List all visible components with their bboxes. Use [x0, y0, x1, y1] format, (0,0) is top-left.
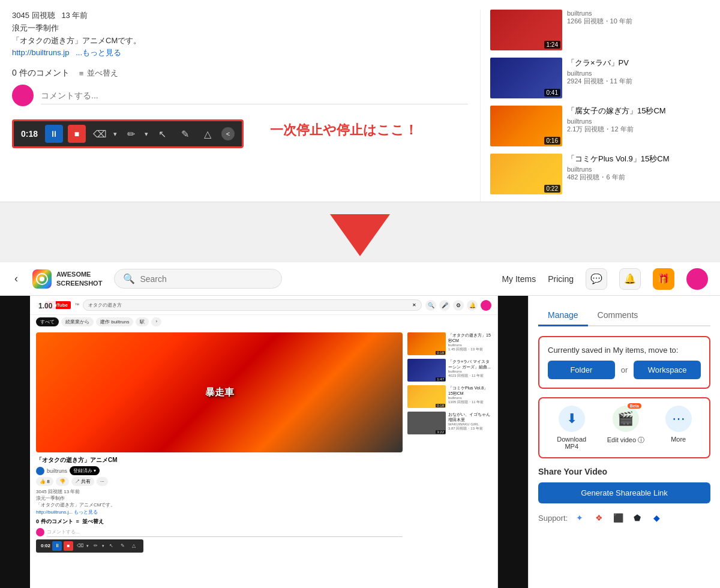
yt-mini-pen[interactable]: ✏ [91, 541, 100, 551]
youtube-mini: 1.00 ☰ YouTube ™ オタクの逝き方 ✕ 🔍 🎤 ⚙ 🔔 [30, 296, 498, 588]
edit-video-action[interactable]: 🎬 Beta Edit video ⓘ [607, 406, 644, 445]
yt-sidebar-thumb-0: 0:18 [407, 332, 446, 355]
trello-icon[interactable]: ❖ [592, 511, 606, 525]
pen-icon[interactable]: ✏ [122, 125, 140, 143]
generate-link-button[interactable]: Generate Shareable Link [538, 482, 710, 503]
yt-mini-pencil[interactable]: ✎ [118, 541, 127, 551]
pencil-icon[interactable]: ✎ [176, 125, 194, 143]
yt-search-btn[interactable]: 🔍 [425, 300, 436, 311]
user-avatar [12, 85, 34, 106]
download-label: DownloadMP4 [557, 436, 586, 450]
yt-mini-pause-btn[interactable]: ⏸ [52, 541, 62, 551]
yt-sidebar-thumb-2: 0:18 [407, 385, 446, 408]
google-icon[interactable]: ✦ [572, 511, 587, 525]
yt-subscribe-btn[interactable]: 登録済み ▾ [70, 466, 100, 475]
eraser-icon[interactable]: ⌫ [91, 125, 109, 143]
workspace-button[interactable]: Workspace [634, 361, 701, 379]
channel-link[interactable]: http://builtruns.jp [12, 48, 69, 57]
panel-tabs: Manage Comments [538, 305, 710, 326]
views-1: 2924 回視聴・11 年前 [567, 77, 708, 86]
creator: 浪元一季制作 [12, 23, 59, 32]
shape-icon[interactable]: △ [199, 125, 217, 143]
thumbnail-image-1: 0:41 [490, 58, 562, 98]
yt-mini-stop-btn[interactable]: ■ [64, 541, 73, 551]
yt-sidebar-item-0[interactable]: 0:18 「オタクの逝き方」15秒CM builtruns 1.45 回視聴・1… [407, 332, 491, 355]
my-items-link[interactable]: My Items [502, 274, 536, 284]
pause-button[interactable]: ⏸ [45, 125, 63, 143]
more-link[interactable]: ...もっと見る [76, 48, 121, 57]
yt-share-btn[interactable]: ↗ 共有 [71, 477, 94, 486]
bell-icon: 🔔 [624, 273, 636, 284]
yt-dislike-btn[interactable]: 👎 [56, 477, 69, 486]
yt-mini-comment-box[interactable]: コメントする... [47, 527, 403, 537]
yt-sidebar-info-0: 「オタクの逝き方」15秒CM builtruns 1.45 回視聴・13 年前 [448, 332, 491, 355]
yt-tab-station[interactable]: 駅 [136, 317, 149, 326]
search-input[interactable] [140, 274, 260, 284]
thumbnail-item-1[interactable]: 0:41 「クラ×ラバ」PV builtruns 2924 回視聴・11 年前 [490, 58, 708, 98]
collapse-button[interactable]: < [221, 127, 235, 140]
gift-icon-btn[interactable]: 🎁 [653, 268, 674, 290]
yt-mini-eraser[interactable]: ⌫ [75, 541, 85, 551]
stop-button[interactable]: ■ [68, 125, 86, 143]
yt-sidebar-dur-3: 3:22 [436, 430, 445, 434]
more-label: More [671, 436, 686, 443]
download-icon-circle: ⬇ [559, 406, 585, 432]
yt-tab-all[interactable]: すべて [36, 317, 59, 326]
yt-mini-avatar[interactable] [481, 300, 491, 311]
github-icon[interactable]: ⬟ [630, 511, 644, 525]
yt-sidebar-item-1[interactable]: 1:47 「クラ×ラバ マイスターシン ガーズ」組曲... builtruns … [407, 359, 491, 382]
folder-button[interactable]: Folder [548, 361, 615, 379]
yt-mic-btn[interactable]: 🎤 [439, 300, 450, 311]
pricing-link[interactable]: Pricing [548, 274, 574, 284]
tab-comments[interactable]: Comments [588, 305, 648, 326]
yt-sidebar-views-3: 3.87 回視聴・13 年前 [448, 426, 491, 431]
yt-mini-pen-dd[interactable]: ▾ [102, 544, 104, 548]
yt-settings-btn[interactable]: ⚙ [453, 300, 464, 311]
more-action[interactable]: ⋯ More [665, 406, 692, 443]
top-left-content: 3045 回視聴 13 年前 浪元一季制作 「オタクの逝き方」アニメCMです。 … [12, 10, 468, 202]
thumbnail-item-3[interactable]: 0:22 「コミケPlus Vol.9」15秒CM builtruns 482 … [490, 154, 708, 194]
yt-tab-more[interactable]: › [151, 317, 161, 326]
yt-mini-eraser-dd[interactable]: ▾ [86, 544, 89, 548]
comment-sort[interactable]: ≡ 並べ替え [79, 68, 119, 79]
thumbnail-item-2[interactable]: 0:16 「腐女子の嫁ぎ方」15秒CM builtruns 2.1万 回視聴・1… [490, 106, 708, 146]
bottom-section: ‹ AWESOME SCREENSHOT 🔍 My Items Pricing … [0, 262, 720, 588]
search-bar[interactable]: 🔍 [114, 269, 282, 289]
download-icon: ⬇ [566, 411, 577, 427]
comments-header: 0 件のコメント ≡ 並べ替え [12, 68, 468, 79]
slack-icon[interactable]: ⬛ [611, 511, 625, 525]
yt-clear-icon[interactable]: ✕ [412, 302, 416, 308]
yt-mini-shape[interactable]: △ [129, 541, 139, 551]
yt-mini-search[interactable]: オタクの逝き方 ✕ [83, 299, 422, 311]
yt-mini-channel-row: builtruns 登録済み ▾ [36, 466, 403, 475]
yt-mini-video-title: 「オタクの逝き方」アニメCM [36, 456, 403, 464]
nav-back-button[interactable]: ‹ [12, 270, 20, 287]
bell-icon-btn[interactable]: 🔔 [619, 268, 641, 290]
cursor-icon[interactable]: ↖ [153, 125, 171, 143]
pen-dropdown[interactable]: ▾ [145, 130, 148, 138]
yt-mini-channel-name: builtruns [47, 468, 67, 474]
chat-icon-btn[interactable]: 💬 [586, 268, 607, 290]
yt-sidebar-info-1: 「クラ×ラバ マイスターシン ガーズ」組曲... builtruns 4023 … [448, 359, 491, 382]
yt-tab-industry[interactable]: 続業業から [61, 317, 94, 326]
tab-manage[interactable]: Manage [538, 305, 588, 326]
yt-sidebar-item-2[interactable]: 0:18 「コミケPlus Vol.8」15秒CM builtruns 1305… [407, 385, 491, 408]
yt-like-btn[interactable]: 👍 8 [36, 477, 53, 486]
yt-more-link[interactable]: もっと見る [74, 509, 98, 515]
duration-0: 1:24 [544, 41, 560, 49]
eraser-dropdown[interactable]: ▾ [113, 130, 117, 138]
download-action[interactable]: ⬇ DownloadMP4 [557, 406, 586, 450]
jira-icon[interactable]: ◆ [649, 511, 664, 525]
yt-search-text: オタクの逝き方 [88, 302, 122, 308]
yt-video-kanji: 暴走車 [205, 386, 234, 399]
yt-bell-btn[interactable]: 🔔 [467, 300, 478, 311]
yt-mini-video-thumb[interactable]: 暴走車 [36, 332, 403, 452]
gift-icon: 🎁 [658, 273, 670, 284]
user-avatar-nav[interactable] [686, 268, 708, 290]
comment-input[interactable] [41, 87, 468, 104]
yt-tab-channel[interactable]: 建作 builtruns [96, 317, 133, 326]
yt-more-btn[interactable]: ··· [97, 477, 108, 486]
yt-desc-link[interactable]: http://builtruns.j... [36, 509, 73, 515]
yt-mini-cursor[interactable]: ↖ [106, 541, 116, 551]
yt-sidebar-item-3[interactable]: 3:22 おながい、イゴちゃん 増田木里 WAKUWAKU GIRL 3.87 … [407, 412, 491, 434]
